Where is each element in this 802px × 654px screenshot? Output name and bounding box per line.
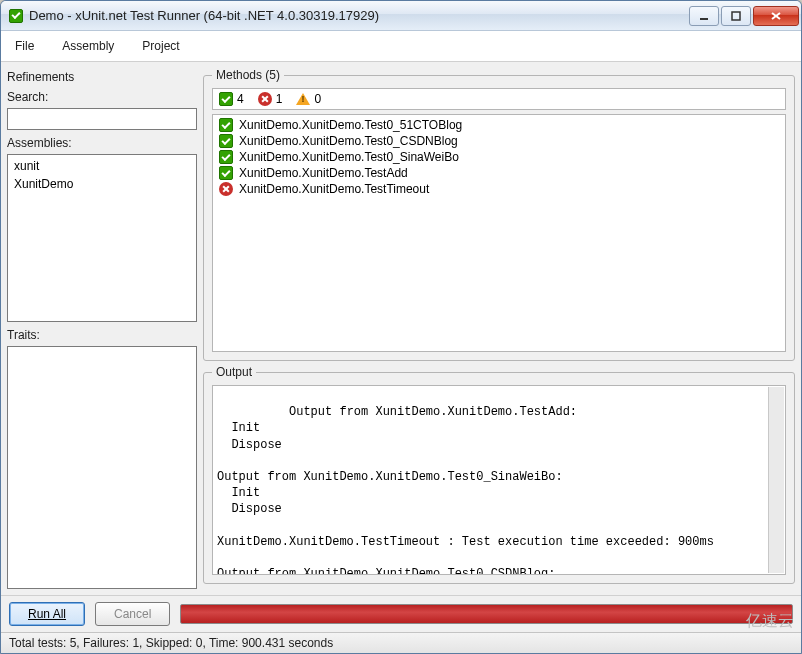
- fail-icon: [258, 92, 272, 106]
- pass-icon: [219, 118, 233, 132]
- right-panel: Methods (5) 4 1 0 XunitDemo.Xunit: [203, 68, 795, 589]
- method-row[interactable]: XunitDemo.XunitDemo.TestAdd: [215, 165, 783, 181]
- run-all-button[interactable]: Run All: [9, 602, 85, 626]
- left-panel: Refinements Search: Assemblies: xunit Xu…: [7, 68, 197, 589]
- fail-icon: [219, 182, 233, 196]
- method-name: XunitDemo.XunitDemo.TestAdd: [239, 166, 408, 180]
- output-legend: Output: [212, 365, 256, 379]
- method-row[interactable]: XunitDemo.XunitDemo.TestTimeout: [215, 181, 783, 197]
- method-row[interactable]: XunitDemo.XunitDemo.Test0_SinaWeiBo: [215, 149, 783, 165]
- method-row[interactable]: XunitDemo.XunitDemo.Test0_51CTOBlog: [215, 117, 783, 133]
- methods-legend: Methods (5): [212, 68, 284, 82]
- window-title: Demo - xUnit.net Test Runner (64-bit .NE…: [29, 8, 689, 23]
- refinements-label: Refinements: [7, 70, 197, 84]
- menu-assembly[interactable]: Assembly: [56, 35, 120, 57]
- pass-icon: [219, 134, 233, 148]
- close-button[interactable]: [753, 6, 799, 26]
- method-name: XunitDemo.XunitDemo.Test0_51CTOBlog: [239, 118, 462, 132]
- search-input[interactable]: [7, 108, 197, 130]
- output-text: Output from XunitDemo.XunitDemo.TestAdd:…: [217, 405, 714, 575]
- menu-project[interactable]: Project: [136, 35, 185, 57]
- method-name: XunitDemo.XunitDemo.Test0_SinaWeiBo: [239, 150, 459, 164]
- maximize-button[interactable]: [721, 6, 751, 26]
- pass-icon: [219, 150, 233, 164]
- fail-count-value: 1: [276, 92, 283, 106]
- bottom-bar: Run All Cancel: [1, 595, 801, 632]
- assembly-item[interactable]: xunit: [10, 157, 194, 175]
- cancel-button[interactable]: Cancel: [95, 602, 170, 626]
- output-textbox[interactable]: Output from XunitDemo.XunitDemo.TestAdd:…: [212, 385, 786, 575]
- pass-count-value: 4: [237, 92, 244, 106]
- assemblies-label: Assemblies:: [7, 136, 197, 150]
- pass-count: 4: [219, 92, 244, 106]
- window-buttons: [689, 6, 799, 26]
- warn-count-value: 0: [314, 92, 321, 106]
- method-name: XunitDemo.XunitDemo.Test0_CSDNBlog: [239, 134, 458, 148]
- content-area: Refinements Search: Assemblies: xunit Xu…: [1, 62, 801, 595]
- warn-count: 0: [296, 92, 321, 106]
- status-bar: Total tests: 5, Failures: 1, Skipped: 0,…: [1, 632, 801, 653]
- output-group: Output Output from XunitDemo.XunitDemo.T…: [203, 365, 795, 584]
- pass-icon: [219, 166, 233, 180]
- assemblies-listbox[interactable]: xunit XunitDemo: [7, 154, 197, 322]
- method-name: XunitDemo.XunitDemo.TestTimeout: [239, 182, 429, 196]
- traits-listbox[interactable]: [7, 346, 197, 589]
- minimize-button[interactable]: [689, 6, 719, 26]
- counts-row: 4 1 0: [212, 88, 786, 110]
- traits-label: Traits:: [7, 328, 197, 342]
- svg-rect-1: [732, 12, 740, 20]
- methods-list[interactable]: XunitDemo.XunitDemo.Test0_51CTOBlogXunit…: [212, 114, 786, 352]
- assembly-item[interactable]: XunitDemo: [10, 175, 194, 193]
- warn-icon: [296, 93, 310, 105]
- titlebar[interactable]: Demo - xUnit.net Test Runner (64-bit .NE…: [1, 1, 801, 31]
- pass-icon: [219, 92, 233, 106]
- application-window: Demo - xUnit.net Test Runner (64-bit .NE…: [0, 0, 802, 654]
- methods-group: Methods (5) 4 1 0 XunitDemo.Xunit: [203, 68, 795, 361]
- progress-bar: [180, 604, 793, 624]
- menubar: File Assembly Project: [1, 31, 801, 62]
- fail-count: 1: [258, 92, 283, 106]
- method-row[interactable]: XunitDemo.XunitDemo.Test0_CSDNBlog: [215, 133, 783, 149]
- menu-file[interactable]: File: [9, 35, 40, 57]
- scrollbar[interactable]: [768, 387, 784, 573]
- search-label: Search:: [7, 90, 197, 104]
- app-icon: [9, 9, 23, 23]
